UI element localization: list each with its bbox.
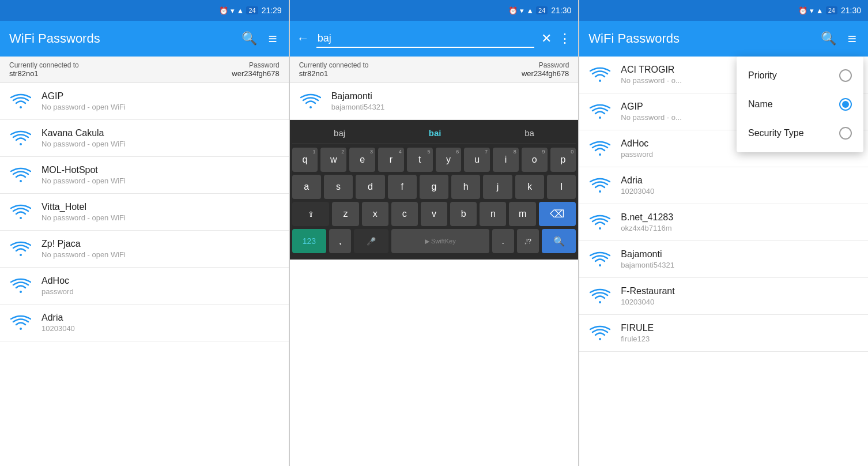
more-icon[interactable]: ⋮ [558, 31, 571, 46]
wifi-name: Kavana Cakula [41, 128, 280, 138]
suggestion[interactable]: bai [424, 127, 446, 139]
status-bar-1: ⏰ ▾ ▲ 24 21:29 [0, 0, 289, 21]
signal-icon-3: ▲ [816, 6, 824, 15]
comma-key[interactable]: , [329, 229, 351, 253]
list-item[interactable]: Vitta_Hotel No password - open WiFi [0, 194, 289, 231]
wifi-icon [9, 278, 32, 294]
radio-unselected [839, 127, 852, 140]
delete-key[interactable]: ⌫ [539, 202, 576, 226]
badge-icon-3: 24 [826, 6, 837, 14]
wifi-icon [9, 130, 32, 146]
key-m[interactable]: m [509, 202, 535, 226]
key-u[interactable]: u7 [464, 148, 490, 172]
key-p[interactable]: p0 [550, 148, 576, 172]
wifi-icon [588, 251, 612, 268]
search-result[interactable]: Bajamonti bajamonti54321 [290, 83, 579, 120]
key-r[interactable]: r4 [378, 148, 404, 172]
list-item[interactable]: MOL-HotSpot No password - open WiFi [0, 157, 289, 194]
wifi-name: B.net_41283 [621, 212, 859, 223]
shift-key[interactable]: ⇧ [292, 202, 330, 226]
list-item[interactable]: Zp! Pjaca No password - open WiFi [0, 231, 289, 268]
signal-icon-2: ▲ [526, 6, 534, 15]
key-j[interactable]: j [483, 175, 512, 199]
wifi-icon [588, 67, 612, 83]
key-z[interactable]: z [332, 202, 358, 226]
status-icons-3: ⏰ ▾ ▲ 24 [798, 6, 837, 15]
key-t[interactable]: t5 [407, 148, 433, 172]
key-n[interactable]: n [480, 202, 506, 226]
suggestion[interactable]: baj [329, 127, 350, 139]
keyboard-row-1: q1w2e3r4t5y6u7i8o9p0 [292, 148, 576, 172]
wifi-password: password [41, 287, 280, 296]
wifi-text: Zp! Pjaca No password - open WiFi [41, 239, 280, 259]
dropdown-item-name[interactable]: Name [737, 90, 863, 119]
connected-bar-1: Currently connected to str82no1 Password… [0, 57, 289, 83]
search-bar-2: ← ✕ ⋮ [290, 21, 579, 57]
num-key[interactable]: 123 [292, 229, 327, 253]
alarm-icon: ⏰ [219, 6, 228, 15]
wifi-name: Zp! Pjaca [41, 239, 280, 249]
search-result-text: Bajamonti bajamonti54321 [331, 91, 569, 111]
list-item[interactable]: AdHoc password [0, 268, 289, 305]
connected-ssid-1: str82no1 [9, 69, 79, 78]
wifi-name: FIRULE [621, 323, 859, 333]
key-c[interactable]: c [391, 202, 418, 226]
key-w[interactable]: w2 [320, 148, 346, 172]
key-d[interactable]: d [356, 175, 384, 199]
search-key-keyboard[interactable]: 🔍 [542, 229, 576, 253]
wifi-name: Vitta_Hotel [41, 202, 280, 212]
list-item[interactable]: AGIP No password - open WiFi [0, 83, 289, 120]
punctuation-key[interactable]: ,!? [517, 229, 539, 253]
key-e[interactable]: e3 [349, 148, 375, 172]
wifi-password: 10203040 [41, 324, 280, 333]
list-item[interactable]: FIRULE firule123 [579, 315, 868, 352]
key-g[interactable]: g [420, 175, 448, 199]
key-f[interactable]: f [388, 175, 417, 199]
key-y[interactable]: y6 [436, 148, 462, 172]
space-key[interactable]: ▶ SwiftKey [391, 229, 489, 253]
key-h[interactable]: h [451, 175, 480, 199]
wifi-icon [9, 93, 32, 110]
suggestion[interactable]: ba [520, 127, 539, 139]
dropdown-item-priority[interactable]: Priority [737, 61, 863, 90]
key-s[interactable]: s [324, 175, 353, 199]
filter-icon-1[interactable]: ≡ [266, 28, 280, 50]
search-icon-1[interactable]: 🔍 [239, 29, 259, 48]
wifi-status-icon-2: ▾ [520, 6, 524, 15]
list-item[interactable]: B.net_41283 okz4x4b7116m [579, 204, 868, 241]
list-item[interactable]: Kavana Cakula No password - open WiFi [0, 120, 289, 157]
dropdown-item-security-type[interactable]: Security Type [737, 119, 863, 148]
list-item[interactable]: Bajamonti bajamonti54321 [579, 241, 868, 278]
radio-selected [839, 98, 852, 111]
search-input[interactable] [316, 30, 535, 48]
app-title-3: WiFi Passwords [588, 31, 812, 46]
alarm-icon-3: ⏰ [798, 6, 807, 15]
wifi-text: Vitta_Hotel No password - open WiFi [41, 202, 280, 222]
period-key[interactable]: . [492, 229, 514, 253]
key-a[interactable]: a [292, 175, 321, 199]
key-x[interactable]: x [362, 202, 388, 226]
keyboard-suggestions: bajbaiba [292, 123, 576, 144]
wifi-icon [9, 204, 32, 220]
key-q[interactable]: q1 [292, 148, 318, 172]
list-item[interactable]: Adria 10203040 [0, 305, 289, 341]
back-icon[interactable]: ← [297, 31, 310, 46]
list-item[interactable]: Adria 10203040 [579, 167, 868, 204]
clear-icon[interactable]: ✕ [541, 31, 552, 46]
wifi-text: F-Restaurant 10203040 [621, 286, 859, 306]
pwd-value-1: wer234fgh678 [232, 69, 279, 78]
search-icon-3[interactable]: 🔍 [818, 29, 839, 48]
list-item[interactable]: F-Restaurant 10203040 [579, 278, 868, 315]
wifi-password: No password - open WiFi [41, 103, 280, 111]
mic-key[interactable]: 🎤 [354, 229, 388, 253]
key-i[interactable]: i8 [493, 148, 519, 172]
key-k[interactable]: k [515, 175, 544, 199]
filter-icon-3[interactable]: ≡ [846, 28, 859, 50]
panel2: ⏰ ▾ ▲ 24 21:30 ← ✕ ⋮ Currently connected… [290, 0, 579, 466]
key-v[interactable]: v [421, 202, 447, 226]
key-b[interactable]: b [450, 202, 477, 226]
key-o[interactable]: o9 [522, 148, 548, 172]
signal-icon: ▲ [237, 6, 244, 15]
key-l[interactable]: l [547, 175, 576, 199]
connected-label-1: Currently connected to [9, 61, 79, 69]
